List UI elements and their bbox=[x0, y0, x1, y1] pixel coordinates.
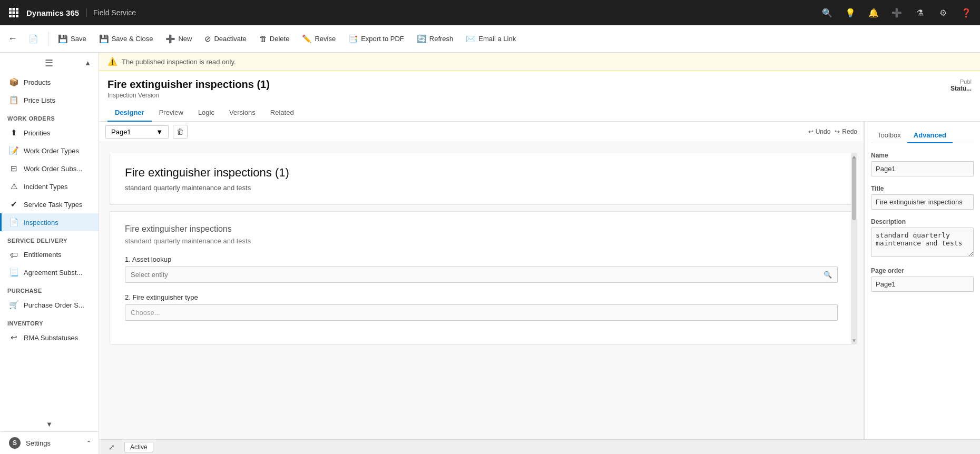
svg-rect-1 bbox=[13, 8, 15, 11]
right-panel-title-input[interactable] bbox=[871, 194, 974, 210]
toolbar: ← 📄 💾 Save 💾 Save & Close ➕ New ⊘ Deacti… bbox=[0, 25, 980, 53]
export-pdf-label: Export to PDF bbox=[361, 35, 404, 43]
save-button[interactable]: 💾 Save bbox=[53, 32, 92, 46]
sidebar-item-label-price-lists: Price Lists bbox=[24, 96, 55, 104]
revise-label: Revise bbox=[315, 35, 336, 43]
email-link-button[interactable]: ✉️ Email a Link bbox=[460, 32, 521, 46]
sidebar-scroll-up[interactable]: ▲ bbox=[82, 57, 93, 69]
sidebar-item-label-purchase-order-substatuses: Purchase Order S... bbox=[24, 301, 84, 309]
status-expand-button[interactable]: ⤢ bbox=[105, 442, 118, 452]
breadcrumb-icon-button[interactable]: 📄 bbox=[23, 32, 44, 46]
designer-area: Page1 ▼ 🗑 ↩ Undo ↪ Redo bbox=[99, 122, 980, 439]
delete-page-button[interactable]: 🗑 bbox=[173, 125, 188, 139]
new-label: New bbox=[178, 35, 192, 43]
right-panel-tab-toolbox[interactable]: Toolbox bbox=[871, 128, 907, 143]
asset-lookup-input[interactable] bbox=[125, 267, 818, 282]
agreement-substatuses-icon: 📃 bbox=[9, 268, 18, 277]
refresh-label: Refresh bbox=[429, 35, 454, 43]
right-panel-name-input[interactable] bbox=[871, 161, 974, 176]
incident-types-icon: ⚠ bbox=[9, 182, 18, 191]
bell-icon[interactable]: 🔔 bbox=[866, 5, 881, 20]
tab-preview[interactable]: Preview bbox=[152, 104, 191, 122]
waffle-icon[interactable] bbox=[6, 5, 21, 20]
sidebar-scroll-down[interactable]: ▼ bbox=[0, 417, 99, 431]
sidebar-item-rma-substatuses[interactable]: ↩ RMA Substatuses bbox=[0, 329, 99, 347]
deactivate-label: Deactivate bbox=[214, 35, 246, 43]
form-question-1-input[interactable]: 🔍 bbox=[125, 267, 838, 283]
filter-icon[interactable]: ⚗ bbox=[913, 5, 927, 20]
right-panel-description-textarea[interactable]: standard quarterly maintenance and tests bbox=[871, 228, 974, 257]
save-label: Save bbox=[71, 35, 86, 43]
document-icon: 📄 bbox=[28, 34, 38, 44]
sidebar-item-settings[interactable]: S Settings ⌃ bbox=[0, 431, 99, 454]
sidebar-item-label-service-task-types: Service Task Types bbox=[24, 201, 83, 209]
tab-related[interactable]: Related bbox=[263, 104, 301, 122]
tab-logic[interactable]: Logic bbox=[191, 104, 222, 122]
redo-label: Redo bbox=[842, 128, 857, 135]
right-panel-tab-bar: Toolbox Advanced bbox=[871, 128, 974, 143]
sidebar-item-price-lists[interactable]: 📋 Price Lists bbox=[0, 91, 99, 109]
top-navbar: Dynamics 365 Field Service 🔍 💡 🔔 ➕ ⚗ ⚙ ❓ bbox=[0, 0, 980, 25]
fire-extinguisher-type-select[interactable]: Choose... bbox=[125, 304, 838, 321]
settings-icon[interactable]: ⚙ bbox=[936, 5, 950, 20]
tab-bar: Designer Preview Logic Versions Related bbox=[99, 104, 980, 122]
sidebar-item-purchase-order-substatuses[interactable]: 🛒 Purchase Order S... bbox=[0, 296, 99, 314]
revise-button[interactable]: ✏️ Revise bbox=[297, 32, 341, 46]
priorities-icon: ⬆ bbox=[9, 128, 18, 137]
sidebar-item-label-work-order-types: Work Order Types bbox=[24, 147, 79, 155]
delete-button[interactable]: 🗑 Delete bbox=[254, 32, 295, 46]
right-panel-page-order-input[interactable] bbox=[871, 277, 974, 292]
sidebar-section-purchase: Purchase bbox=[0, 281, 99, 296]
sidebar-item-work-order-substatuses[interactable]: ⊟ Work Order Subs... bbox=[0, 160, 99, 177]
form-card-title: Fire extinguisher inspections (1) bbox=[125, 166, 838, 180]
save-close-button[interactable]: 💾 Save & Close bbox=[94, 32, 159, 46]
svg-rect-6 bbox=[9, 15, 12, 17]
asset-lookup-search-icon[interactable]: 🔍 bbox=[818, 267, 837, 282]
redo-button[interactable]: ↪ Redo bbox=[835, 128, 857, 135]
tab-versions[interactable]: Versions bbox=[222, 104, 263, 122]
work-order-types-icon: 📝 bbox=[9, 146, 18, 155]
record-title: Fire extinguisher inspections (1) bbox=[107, 78, 270, 91]
work-order-substatuses-icon: ⊟ bbox=[9, 164, 18, 173]
lightbulb-icon[interactable]: 💡 bbox=[843, 5, 858, 20]
sidebar-item-entitlements[interactable]: 🏷 Entitlements bbox=[0, 246, 99, 263]
content-area: ⚠️ The published inspection is read only… bbox=[99, 53, 980, 454]
designer-toolbar: Page1 ▼ 🗑 ↩ Undo ↪ Redo bbox=[99, 122, 864, 142]
deactivate-button[interactable]: ⊘ Deactivate bbox=[199, 32, 251, 46]
right-panel: Toolbox Advanced Name Title Description … bbox=[864, 122, 980, 439]
back-button[interactable]: ← bbox=[4, 31, 21, 47]
record-header: Fire extinguisher inspections (1) Inspec… bbox=[99, 71, 980, 99]
sidebar-item-incident-types[interactable]: ⚠ Incident Types bbox=[0, 177, 99, 195]
form-question-2: 2. Fire extinguisher type Choose... bbox=[125, 293, 838, 321]
sidebar-item-agreement-substatuses[interactable]: 📃 Agreement Subst... bbox=[0, 263, 99, 281]
undo-button[interactable]: ↩ Undo bbox=[808, 128, 831, 135]
undo-icon: ↩ bbox=[808, 128, 814, 135]
form-card-description: standard quarterly maintenance and tests bbox=[125, 184, 838, 192]
sidebar-section-inventory: Inventory bbox=[0, 314, 99, 329]
help-icon[interactable]: ❓ bbox=[959, 5, 974, 20]
undo-redo-group: ↩ Undo ↪ Redo bbox=[808, 128, 857, 135]
sidebar-item-priorities[interactable]: ⬆ Priorities bbox=[0, 124, 99, 142]
sidebar-item-label-settings: Settings bbox=[26, 439, 51, 447]
search-icon[interactable]: 🔍 bbox=[820, 5, 835, 20]
right-panel-title-label: Title bbox=[871, 185, 974, 192]
right-panel-tab-advanced[interactable]: Advanced bbox=[907, 128, 953, 143]
new-button[interactable]: ➕ New bbox=[160, 32, 197, 46]
sidebar-item-work-order-types[interactable]: 📝 Work Order Types bbox=[0, 142, 99, 160]
designer-canvas[interactable]: ▲ ▼ Fire extinguisher inspections (1) st… bbox=[99, 142, 864, 439]
revise-icon: ✏️ bbox=[302, 34, 312, 44]
sidebar-item-inspections[interactable]: 📄 Inspections bbox=[0, 213, 99, 231]
designer-canvas-container: Page1 ▼ 🗑 ↩ Undo ↪ Redo bbox=[99, 122, 864, 439]
refresh-button[interactable]: 🔄 Refresh bbox=[411, 32, 459, 46]
inspections-icon: 📄 bbox=[9, 218, 18, 227]
page-selector[interactable]: Page1 ▼ bbox=[105, 125, 169, 139]
plus-icon[interactable]: ➕ bbox=[889, 5, 904, 20]
refresh-icon: 🔄 bbox=[417, 34, 427, 44]
export-pdf-button[interactable]: 📑 Export to PDF bbox=[343, 32, 409, 46]
sidebar-item-products[interactable]: 📦 Products bbox=[0, 73, 99, 91]
price-lists-icon: 📋 bbox=[9, 95, 18, 105]
sidebar-item-service-task-types[interactable]: ✔ Service Task Types bbox=[0, 195, 99, 213]
tab-designer[interactable]: Designer bbox=[107, 104, 152, 122]
email-link-icon: ✉️ bbox=[466, 34, 476, 44]
sidebar-collapse-button[interactable]: ☰ bbox=[45, 57, 53, 69]
